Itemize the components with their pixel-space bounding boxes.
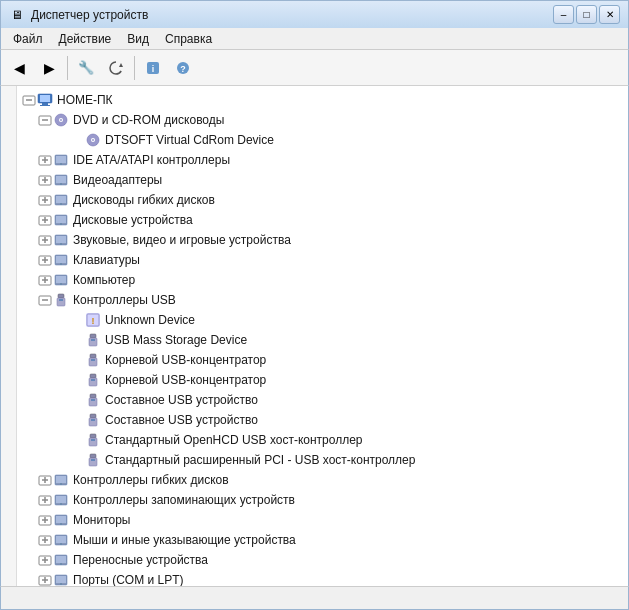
collapse-button[interactable] [37, 292, 53, 308]
tree-item[interactable]: Дисковые устройства [17, 210, 628, 230]
expand-button[interactable] [37, 492, 53, 508]
device-icon [53, 112, 69, 128]
tree-item-label: Стандартный OpenHCD USB хост-контроллер [105, 433, 363, 447]
menu-item-вид[interactable]: Вид [119, 30, 157, 48]
tree-item[interactable]: Переносные устройства [17, 550, 628, 570]
tree-item[interactable]: Мониторы [17, 510, 628, 530]
svg-rect-78 [90, 394, 96, 398]
svg-point-30 [60, 183, 62, 185]
tree-item-label: Дисковые устройства [73, 213, 193, 227]
device-icon [53, 152, 69, 168]
status-bar [0, 586, 629, 610]
svg-rect-84 [90, 434, 96, 438]
menu-item-файл[interactable]: Файл [5, 30, 51, 48]
device-icon [53, 212, 69, 228]
svg-point-125 [60, 583, 62, 585]
tree-item[interactable]: Контроллеры гибких дисков [17, 470, 628, 490]
close-button[interactable]: ✕ [599, 5, 620, 24]
expand-button[interactable] [37, 192, 53, 208]
svg-text:?: ? [180, 64, 186, 74]
expand-button[interactable] [37, 212, 53, 228]
help-button[interactable]: ? [169, 54, 197, 82]
expand-button[interactable] [37, 532, 53, 548]
tree-item[interactable]: DTSOFT Virtual CdRom Device [17, 130, 628, 150]
svg-point-48 [60, 243, 62, 245]
tree-item[interactable]: Звуковые, видео и игровые устройства [17, 230, 628, 250]
svg-marker-0 [119, 63, 123, 67]
tree-item[interactable]: USB Mass Storage Device [17, 330, 628, 350]
toolbar-separator-2 [134, 56, 135, 80]
update-button[interactable] [102, 54, 130, 82]
tree-item[interactable]: Стандартный расширенный PCI - USB хост-к… [17, 450, 628, 470]
properties-button[interactable]: 🔧 [72, 54, 100, 82]
svg-rect-77 [91, 379, 95, 381]
tree-item[interactable]: Дисководы гибких дисков [17, 190, 628, 210]
title-bar: 🖥 Диспетчер устройств – □ ✕ [0, 0, 629, 28]
forward-button[interactable]: ▶ [35, 54, 63, 82]
device-icon [85, 372, 101, 388]
tree-item-label: HOME-ПК [57, 93, 113, 107]
expand-button[interactable] [37, 572, 53, 586]
svg-rect-94 [56, 476, 66, 483]
svg-point-18 [92, 139, 94, 141]
tree-item[interactable]: ! Unknown Device [17, 310, 628, 330]
svg-rect-9 [42, 103, 48, 105]
collapse-button[interactable] [21, 92, 37, 108]
menu-item-действие[interactable]: Действие [51, 30, 120, 48]
device-icon [53, 252, 69, 268]
svg-point-54 [60, 263, 62, 265]
tree-item[interactable]: Контроллеры USB [17, 290, 628, 310]
device-icon [85, 332, 101, 348]
device-icon [53, 532, 69, 548]
tree-item[interactable]: Корневой USB-концентратор [17, 350, 628, 370]
tree-item[interactable]: Клавиатуры [17, 250, 628, 270]
minimize-button[interactable]: – [553, 5, 574, 24]
svg-rect-80 [91, 399, 95, 401]
svg-point-101 [60, 503, 62, 505]
tree-item[interactable]: DVD и CD-ROM дисководы [17, 110, 628, 130]
tree-item[interactable]: Стандартный OpenHCD USB хост-контроллер [17, 430, 628, 450]
info-button[interactable]: i [139, 54, 167, 82]
menu-item-справка[interactable]: Справка [157, 30, 220, 48]
tree-item[interactable]: Корневой USB-концентратор [17, 370, 628, 390]
svg-point-36 [60, 203, 62, 205]
device-icon [53, 492, 69, 508]
svg-rect-81 [90, 414, 96, 418]
expand-button[interactable] [37, 232, 53, 248]
collapse-button[interactable] [37, 112, 53, 128]
tree-item-label: Unknown Device [105, 313, 195, 327]
svg-rect-106 [56, 516, 66, 523]
expand-button[interactable] [37, 472, 53, 488]
tree-item-label: Мыши и иные указывающие устройства [73, 533, 296, 547]
device-icon [53, 472, 69, 488]
tree-item[interactable]: Видеоадаптеры [17, 170, 628, 190]
tree-item[interactable]: Компьютер [17, 270, 628, 290]
svg-rect-23 [56, 156, 66, 163]
tree-item[interactable]: Мыши и иные указывающие устройства [17, 530, 628, 550]
svg-rect-8 [40, 95, 50, 102]
tree-item[interactable]: Контроллеры запоминающих устройств [17, 490, 628, 510]
svg-rect-63 [58, 294, 64, 298]
svg-text:i: i [152, 64, 155, 74]
title-controls: – □ ✕ [553, 5, 620, 24]
svg-rect-71 [91, 339, 95, 341]
tree-item[interactable]: HOME-ПК [17, 90, 628, 110]
expand-button[interactable] [37, 152, 53, 168]
svg-rect-74 [91, 359, 95, 361]
expand-button[interactable] [37, 252, 53, 268]
tree-item-label: Клавиатуры [73, 253, 140, 267]
tree-item[interactable]: Порты (COM и LPT) [17, 570, 628, 586]
tree-item[interactable]: Составное USB устройство [17, 410, 628, 430]
expand-button[interactable] [37, 272, 53, 288]
tree-item[interactable]: IDE ATA/ATAPI контроллеры [17, 150, 628, 170]
tree-item[interactable]: Составное USB устройство [17, 390, 628, 410]
device-icon [37, 92, 53, 108]
tree-panel[interactable]: HOME-ПК DVD и CD-ROM дисководы DTSOFT Vi… [17, 86, 628, 586]
tree-item-label: Корневой USB-концентратор [105, 353, 266, 367]
expand-button[interactable] [37, 172, 53, 188]
expand-button[interactable] [37, 512, 53, 528]
svg-rect-75 [90, 374, 96, 378]
back-button[interactable]: ◀ [5, 54, 33, 82]
expand-button[interactable] [37, 552, 53, 568]
maximize-button[interactable]: □ [576, 5, 597, 24]
